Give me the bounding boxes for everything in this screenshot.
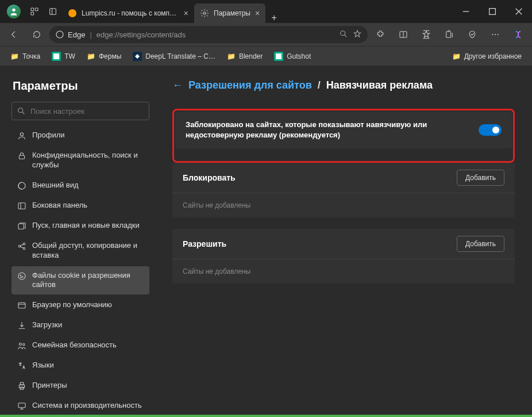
lock-icon — [17, 151, 26, 160]
deepl-icon — [133, 52, 142, 61]
tab-actions-icon[interactable] — [44, 7, 62, 16]
svg-point-40 — [18, 273, 25, 280]
svg-point-7 — [203, 12, 206, 14]
nav-printers[interactable]: Принтеры — [11, 376, 149, 395]
breadcrumb-back-icon[interactable]: ← — [172, 79, 183, 91]
minimize-button[interactable] — [453, 0, 479, 23]
appearance-icon — [17, 181, 26, 190]
toolbar: Edge | edge://settings/content/ads — [0, 23, 532, 46]
address-separator: | — [90, 30, 91, 39]
bookmark-fermy[interactable]: 📁Фермы — [82, 50, 126, 63]
person-icon — [9, 7, 18, 16]
allow-section: Разрешить Добавить Сайты не добавлены — [172, 229, 515, 284]
ads-block-toggle[interactable] — [479, 124, 502, 136]
svg-rect-36 — [18, 224, 24, 229]
nav-appearance[interactable]: Внешний вид — [11, 176, 149, 195]
favorites-button[interactable] — [416, 25, 437, 44]
share-icon — [17, 242, 26, 251]
tab-lumpics[interactable]: Lumpics.ru - помощь с компьют… × — [62, 3, 194, 23]
gear-icon — [200, 9, 209, 18]
new-tab-button[interactable]: + — [265, 13, 283, 23]
bookmark-tochka[interactable]: 📁Точка — [6, 50, 45, 63]
add-allow-button[interactable]: Добавить — [457, 236, 504, 252]
settings-main: ← Разрешения для сайтов / Навязчивая рек… — [155, 66, 532, 415]
svg-point-21 — [492, 34, 493, 35]
download-icon — [17, 321, 26, 330]
browser-essentials-button[interactable] — [462, 25, 483, 44]
svg-line-14 — [345, 35, 347, 37]
close-window-button[interactable] — [506, 0, 532, 23]
svg-point-42 — [22, 276, 23, 277]
bookmark-tw[interactable]: TW — [47, 49, 80, 63]
nav-family[interactable]: Семейная безопасность — [11, 336, 149, 355]
highlighted-setting: Заблокировано на сайтах, которые показыв… — [172, 109, 515, 163]
address-bar[interactable]: Edge | edge://settings/content/ads — [49, 26, 368, 43]
allow-empty-msg: Сайты не добавлены — [172, 259, 515, 284]
svg-rect-49 — [20, 382, 23, 385]
extensions-button[interactable] — [370, 25, 391, 44]
sheets-icon — [52, 52, 61, 61]
bookmark-blender[interactable]: 📁Blender — [222, 50, 267, 63]
nav-start[interactable]: Пуск, главная и новые вкладки — [11, 216, 149, 235]
nav-profiles[interactable]: Профили — [11, 126, 149, 145]
edge-logo-icon — [55, 30, 64, 39]
settings-sidebar: Параметры Профили Конфиденциальность, по… — [0, 66, 155, 415]
settings-content: Параметры Профили Конфиденциальность, по… — [0, 66, 532, 415]
svg-rect-44 — [18, 303, 25, 308]
maximize-button[interactable] — [479, 0, 506, 23]
tab-close-icon[interactable]: × — [255, 9, 260, 18]
tab-close-icon[interactable]: × — [184, 9, 188, 18]
nav-sidebar[interactable]: Боковая панель — [11, 196, 149, 215]
screenshot-border — [0, 415, 532, 417]
profile-avatar[interactable] — [7, 5, 21, 18]
svg-rect-9 — [489, 9, 496, 15]
split-screen-button[interactable] — [393, 25, 414, 44]
window-controls — [453, 0, 532, 23]
bookmark-deepl[interactable]: DeepL Translate – С… — [128, 49, 220, 63]
breadcrumb-separator: / — [318, 79, 321, 91]
add-block-button[interactable]: Добавить — [457, 170, 504, 186]
copilot-button[interactable] — [508, 25, 529, 44]
other-bookmarks[interactable]: 📁Другое избранное — [448, 50, 526, 63]
nav-downloads[interactable]: Загрузки — [11, 316, 149, 335]
folder-icon: 📁 — [87, 52, 95, 60]
block-section: Блокировать Добавить Сайты не добавлены — [172, 163, 515, 217]
nav-share[interactable]: Общий доступ, копирование и вставка — [11, 236, 149, 265]
nav-default-browser[interactable]: Браузер по умолчанию — [11, 296, 149, 315]
folder-icon: 📁 — [10, 52, 19, 60]
tab-settings[interactable]: Параметры × — [194, 3, 265, 23]
svg-rect-34 — [18, 202, 25, 209]
nav-system[interactable]: Система и производительность — [11, 396, 149, 415]
nav-languages[interactable]: Языки — [11, 356, 149, 375]
nav-cookies[interactable]: Файлы cookie и разрешения сайтов — [11, 266, 149, 295]
family-icon — [17, 341, 26, 350]
breadcrumb-link[interactable]: Разрешения для сайтов — [188, 79, 312, 91]
nav-privacy[interactable]: Конфиденциальность, поиск и службы — [11, 146, 149, 175]
language-icon — [17, 361, 26, 370]
back-button[interactable] — [3, 25, 24, 44]
bookmark-gutshot[interactable]: Gutshot — [269, 49, 315, 63]
svg-point-46 — [19, 343, 21, 346]
svg-point-0 — [12, 9, 15, 12]
title-bar: Lumpics.ru - помощь с компьют… × Парамет… — [0, 0, 532, 23]
refresh-button[interactable] — [26, 25, 47, 44]
favorite-star-icon[interactable] — [353, 29, 362, 40]
breadcrumb-current: Навязчивая реклама — [326, 79, 433, 91]
svg-point-31 — [20, 133, 23, 136]
folder-icon: 📁 — [452, 52, 461, 60]
more-menu-button[interactable] — [485, 25, 506, 44]
search-input[interactable] — [30, 107, 144, 116]
folder-icon: 📁 — [227, 52, 236, 60]
site-identity[interactable]: Edge — [55, 30, 85, 39]
profile-icon — [17, 131, 26, 140]
search-in-page-icon[interactable] — [339, 29, 348, 40]
settings-search[interactable] — [11, 102, 149, 120]
svg-rect-25 — [53, 53, 59, 59]
svg-point-29 — [18, 108, 23, 113]
block-title: Блокировать — [183, 173, 236, 182]
browser-icon — [17, 301, 26, 310]
workspaces-icon[interactable] — [25, 7, 44, 16]
collections-button[interactable] — [439, 25, 460, 44]
identity-label: Edge — [68, 30, 85, 39]
svg-rect-3 — [31, 12, 34, 15]
